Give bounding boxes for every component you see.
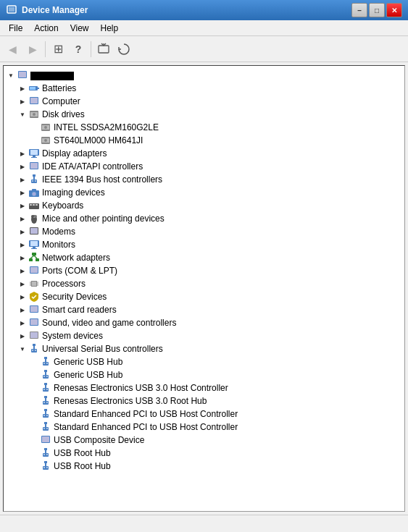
tree-expander[interactable]: ▼ (17, 109, 28, 120)
help-button[interactable]: ? (69, 40, 88, 59)
tree-item[interactable]: ▼ (4, 69, 404, 82)
tree-item[interactable]: ▶Processors (4, 277, 404, 290)
tree-expander[interactable] (28, 434, 40, 446)
tree-item[interactable]: ▶Monitors (4, 238, 404, 251)
tree-item[interactable]: ▶Smart card readers (4, 303, 404, 316)
scan-changes-button[interactable] (115, 40, 133, 59)
tree-expander[interactable]: ▶ (17, 330, 28, 342)
menu-action[interactable]: Action (28, 22, 64, 35)
tree-expander[interactable]: ▶ (17, 83, 28, 94)
svg-rect-5 (19, 72, 26, 77)
tree-item[interactable]: ▶Keyboards (4, 199, 404, 212)
tree-item[interactable]: ▶Computer (4, 95, 404, 108)
item-icon (28, 96, 40, 107)
tree-item[interactable]: ▶Security Devices (4, 290, 404, 303)
tree-view[interactable]: ▼▶Batteries▶Computer▼Disk drivesINTEL SS… (3, 65, 405, 512)
tree-expander[interactable]: ▶ (17, 252, 28, 263)
tree-expander[interactable]: ▶ (17, 317, 28, 329)
tree-item[interactable]: Standard Enhanced PCI to USB Host Contro… (4, 421, 404, 434)
svg-rect-25 (30, 163, 38, 169)
tree-expander[interactable]: ▶ (17, 278, 28, 290)
tree-expander[interactable] (28, 408, 40, 420)
tree-expander[interactable]: ▶ (17, 226, 28, 237)
tree-expander[interactable]: ▼ (17, 343, 28, 355)
svg-point-103 (43, 428, 45, 429)
show-properties-button[interactable]: ⊞ (49, 40, 67, 59)
svg-rect-70 (33, 344, 36, 346)
tree-item[interactable]: USB Composite Device (4, 434, 404, 447)
minimize-button[interactable]: – (351, 3, 367, 17)
tree-item[interactable]: ▶Mice and other pointing devices (4, 212, 404, 225)
tree-expander[interactable]: ▼ (5, 69, 17, 81)
svg-rect-51 (36, 258, 39, 261)
tree-item[interactable]: INTEL SSDSA2M160G2LE (4, 121, 404, 134)
menu-view[interactable]: View (64, 22, 95, 35)
tree-item[interactable]: ▼Universal Serial Bus controllers (4, 342, 404, 355)
tree-expander[interactable] (28, 395, 40, 407)
tree-item[interactable]: USB Root Hub (4, 460, 404, 473)
tree-expander[interactable] (28, 447, 40, 459)
title-bar: Device Manager – □ ✕ (0, 0, 408, 20)
svg-point-84 (46, 376, 48, 377)
item-label: INTEL SSDSA2M160G2LE (54, 122, 159, 132)
tree-expander[interactable]: ▶ (17, 187, 28, 198)
maximize-button[interactable]: □ (369, 3, 385, 17)
tree-item[interactable]: ▼Disk drives (4, 108, 404, 121)
item-label: Batteries (42, 83, 76, 93)
tree-item[interactable]: ▶Sound, video and game controllers (4, 316, 404, 329)
tree-item[interactable]: USB Root Hub (4, 447, 404, 460)
tree-expander[interactable]: ▶ (17, 148, 28, 159)
menu-file[interactable]: File (3, 22, 28, 35)
svg-line-53 (34, 256, 37, 258)
tree-expander[interactable]: ▶ (17, 291, 28, 303)
tree-expander[interactable]: ▶ (17, 161, 28, 172)
item-icon (28, 291, 40, 303)
toolbar-separator-2 (91, 41, 91, 57)
svg-rect-46 (30, 241, 38, 246)
item-label: Generic USB Hub (54, 370, 122, 380)
menu-bar: File Action View Help (0, 20, 408, 36)
tree-item[interactable]: ▶Network adapters (4, 251, 404, 264)
svg-point-16 (44, 126, 47, 129)
svg-rect-23 (31, 157, 37, 158)
tree-item[interactable]: ▶Display adapters (4, 147, 404, 160)
tree-expander[interactable] (28, 382, 40, 394)
tree-item[interactable]: ▶System devices (4, 329, 404, 342)
item-label: IDE ATA/ATAPI controllers (42, 161, 143, 172)
svg-point-110 (43, 454, 45, 455)
tree-expander[interactable]: ▶ (17, 200, 28, 211)
tree-expander[interactable]: ▶ (17, 239, 28, 250)
tree-expander[interactable] (28, 460, 40, 472)
tree-item[interactable]: ▶Imaging devices (4, 186, 404, 199)
tree-expander[interactable]: ▶ (17, 174, 28, 185)
tree-expander[interactable] (28, 122, 40, 133)
tree-item[interactable]: ST640LM000 HM641JI (4, 134, 404, 147)
tree-item[interactable]: ▶IDE ATA/ATAPI controllers (4, 160, 404, 173)
tree-item[interactable]: Generic USB Hub (4, 355, 404, 368)
svg-rect-57 (32, 282, 36, 286)
tree-expander[interactable]: ▶ (17, 96, 28, 107)
menu-help[interactable]: Help (95, 22, 125, 35)
tree-item[interactable]: Renesas Electronics USB 3.0 Root Hub (4, 394, 404, 408)
tree-expander[interactable] (28, 135, 40, 146)
tree-item[interactable]: ▶IEEE 1394 Bus host controllers (4, 173, 404, 186)
tree-item[interactable]: ▶Ports (COM & LPT) (4, 264, 404, 277)
tree-item[interactable]: Generic USB Hub (4, 368, 404, 381)
back-button[interactable]: ◀ (3, 40, 22, 59)
tree-expander[interactable] (28, 421, 40, 433)
tree-expander[interactable] (28, 369, 40, 381)
tree-expander[interactable] (28, 356, 40, 368)
tree-expander[interactable]: ▶ (17, 213, 28, 224)
tree-expander[interactable]: ▶ (17, 304, 28, 316)
close-button[interactable]: ✕ (386, 3, 402, 17)
tree-item[interactable]: ▶Batteries (4, 82, 404, 95)
item-icon (28, 200, 40, 211)
update-driver-button[interactable] (94, 40, 113, 59)
tree-item[interactable]: Renesas Electronics USB 3.0 Host Control… (4, 381, 404, 394)
tree-expander[interactable]: ▶ (17, 265, 28, 276)
tree-item[interactable]: Standard Enhanced PCI to USB Host Contro… (4, 408, 404, 421)
item-icon (40, 122, 51, 133)
tree-item[interactable]: ▶Modems (4, 225, 404, 238)
app-icon (6, 4, 17, 16)
forward-button[interactable]: ▶ (23, 40, 42, 59)
